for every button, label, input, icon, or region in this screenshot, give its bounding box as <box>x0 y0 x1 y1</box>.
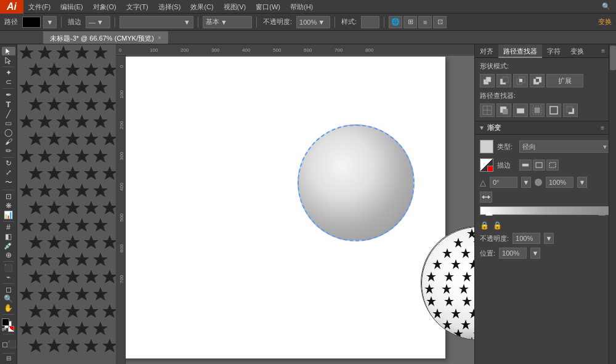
select-tool[interactable] <box>2 47 15 55</box>
trim-btn[interactable] <box>496 103 511 117</box>
graph-tool[interactable]: 📊 <box>2 211 15 219</box>
fullscreen-btn[interactable]: ⬛ <box>9 338 15 351</box>
angle-input[interactable]: 0° <box>490 177 517 188</box>
angle-arrow[interactable]: ▼ <box>521 177 531 188</box>
gradient-sphere[interactable] <box>298 124 415 241</box>
globe-icon-btn[interactable]: 🌐 <box>389 16 402 28</box>
outline-btn[interactable] <box>546 103 561 117</box>
warp-tool[interactable]: 〜 <box>2 177 15 188</box>
direct-select-tool[interactable] <box>2 56 15 65</box>
eyedropper-tool[interactable]: 💉 <box>2 241 15 250</box>
tab-align[interactable]: 对齐 <box>475 44 498 58</box>
path-arrow[interactable]: ▼ <box>43 16 57 28</box>
symbol-tool[interactable]: ❋ <box>2 201 15 210</box>
tab-pathfinder[interactable]: 路径查找器 <box>498 44 542 58</box>
hand-tool[interactable]: ✋ <box>2 304 15 312</box>
lock2-icon[interactable]: 🔒 <box>493 221 502 230</box>
merge-btn[interactable] <box>513 103 528 117</box>
minus-back-btn[interactable] <box>563 103 578 117</box>
menu-help[interactable]: 帮助(H) <box>285 0 318 14</box>
position-dropdown-btn[interactable]: ▼ <box>530 248 540 259</box>
gradient-bar[interactable] <box>480 206 611 215</box>
pen-tool[interactable]: ✒ <box>2 91 15 99</box>
swap-icon[interactable]: ⇌ <box>2 326 7 332</box>
none-swatch[interactable] <box>8 326 14 332</box>
stroke-icon3[interactable] <box>546 160 559 171</box>
lasso-tool[interactable]: ⊂ <box>2 78 15 86</box>
blend-tool[interactable]: ⊕ <box>2 251 15 259</box>
rotate-tool[interactable]: ↻ <box>2 159 15 168</box>
menu-view[interactable]: 视图(V) <box>219 0 251 14</box>
menu-edit[interactable]: 编辑(E) <box>55 0 88 14</box>
scale-tool[interactable]: ⤢ <box>2 168 15 177</box>
fill-swatch[interactable] <box>2 318 9 326</box>
gradient-preview-box[interactable] <box>480 140 493 153</box>
gradient-panel-menu[interactable]: ≡ <box>601 124 604 131</box>
pencil-tool[interactable]: ✏ <box>2 147 15 155</box>
path-color-box[interactable] <box>22 17 41 28</box>
tab-close-btn[interactable]: × <box>158 32 161 44</box>
tab-char[interactable]: 字符 <box>542 44 565 58</box>
reverse-gradient-btn[interactable] <box>480 192 492 203</box>
stars-sphere[interactable] <box>421 226 474 340</box>
menu-select[interactable]: 选择(S) <box>153 0 186 14</box>
stroke-style[interactable]: ▼ <box>120 16 193 28</box>
change-screen-btn[interactable]: ⊟ <box>2 355 15 362</box>
ellipse-tool[interactable]: ◯ <box>2 128 15 137</box>
slice-tool[interactable]: ⌁ <box>2 273 15 281</box>
zoom-tool[interactable]: 🔍 <box>2 294 15 303</box>
magic-wand-tool[interactable]: ✦ <box>2 68 15 77</box>
gradient-type-arrow[interactable]: ▼ <box>602 144 608 150</box>
scroll-thumb[interactable] <box>610 46 616 70</box>
stroke-icon1[interactable] <box>519 160 532 171</box>
gradient-stop-right[interactable] <box>598 211 606 216</box>
position-input[interactable]: 100% <box>499 248 527 259</box>
rect-tool[interactable]: ▭ <box>2 119 15 127</box>
minus-front-btn[interactable] <box>496 74 511 87</box>
type-tool[interactable]: T <box>2 100 15 109</box>
opacity-value[interactable]: 100%▼ <box>296 16 330 28</box>
view-btn2[interactable]: ≡ <box>418 16 432 28</box>
opacity-label: 不透明度: <box>261 17 294 26</box>
menu-text[interactable]: 文字(T) <box>121 0 153 14</box>
view-btn3[interactable]: ⊡ <box>433 16 447 28</box>
canvas-area[interactable]: 0 100 200 300 400 500 600 700 800 0 100 … <box>17 44 474 364</box>
expand-btn[interactable]: 扩展 <box>546 74 583 87</box>
search-btn[interactable]: 🔍 <box>601 2 611 12</box>
gradient-type-select[interactable]: 径向 ▼ <box>519 140 611 153</box>
opacity-dropdown-btn[interactable]: ▼ <box>544 233 554 244</box>
crop-btn[interactable] <box>530 103 545 117</box>
stroke-weight[interactable]: —▼ <box>86 16 110 28</box>
document-tab[interactable]: 未标题-3* @ 66.67% (CMYK/预览) × <box>43 31 168 44</box>
free-transform-tool[interactable]: ⊡ <box>2 192 15 201</box>
live-paint-tool[interactable]: ⬛ <box>2 264 15 272</box>
gradient-stop-left[interactable] <box>485 211 493 216</box>
artboard[interactable] <box>119 57 445 358</box>
basic-style[interactable]: 基本▼ <box>203 16 252 28</box>
eraser-tool[interactable]: ◻ <box>2 285 15 294</box>
right-scrollbar[interactable] <box>609 44 616 364</box>
style-box[interactable] <box>361 16 379 28</box>
gradient-collapse-icon[interactable]: ▼ <box>479 124 485 131</box>
unite-btn[interactable] <box>480 74 495 87</box>
divide-btn[interactable] <box>480 103 495 117</box>
view-btn1[interactable]: ⊞ <box>403 16 417 28</box>
stroke-icon2[interactable] <box>533 160 545 171</box>
menu-effect[interactable]: 效果(C) <box>185 0 218 14</box>
gradient-stroke-box[interactable] <box>480 158 493 172</box>
tab-transform[interactable]: 变换 <box>565 44 589 58</box>
line-tool[interactable]: ╱ <box>2 110 15 118</box>
panel-menu-icon[interactable]: ≡ <box>600 47 606 54</box>
brush-tool[interactable]: 🖌 <box>2 137 15 146</box>
lock-icon[interactable]: 🔒 <box>480 221 489 230</box>
menu-window[interactable]: 窗口(W) <box>251 0 285 14</box>
opacity-input[interactable]: 100% <box>513 233 540 244</box>
aspect-input[interactable]: 100% <box>546 177 573 188</box>
aspect-arrow[interactable]: ▼ <box>577 177 587 188</box>
exclude-btn[interactable] <box>530 74 545 87</box>
mesh-tool[interactable]: # <box>2 223 15 232</box>
intersect-btn[interactable] <box>513 74 528 87</box>
menu-file[interactable]: 文件(F) <box>23 0 55 14</box>
menu-object[interactable]: 对象(O) <box>88 0 121 14</box>
gradient-tool[interactable]: ◧ <box>2 232 15 241</box>
